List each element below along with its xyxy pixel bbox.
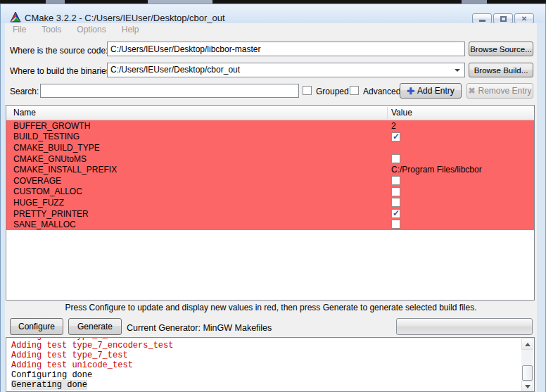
source-path-label: Where is the source code: — [10, 46, 108, 56]
log-line: Configuring done — [11, 370, 521, 380]
scrollbar-thumb[interactable] — [522, 365, 533, 381]
log-line: Adding test type_7_test — [11, 350, 521, 360]
build-path-label: Where to build the binaries: — [10, 66, 113, 76]
param-value-checkbox[interactable] — [391, 187, 400, 196]
current-generator-label: Current Generator: MinGW Makefiles — [127, 323, 272, 333]
table-row[interactable]: PRETTY_PRINTER — [6, 208, 534, 220]
table-body: BUFFER_GROWTH 2 BUILD_TESTING CMAKE_BUIL… — [6, 120, 534, 230]
log-scrollbar[interactable] — [521, 339, 533, 392]
remove-x-icon: ✖ — [468, 87, 475, 95]
maximize-button[interactable] — [493, 13, 513, 24]
menu-bar: FileToolsOptionsHelp — [5, 23, 537, 37]
param-name: PRETTY_PRINTER — [13, 209, 89, 219]
scroll-up-button[interactable] — [521, 339, 533, 350]
window-title: CMake 3.2.2 - C:/Users/IEUser/Desktop/cb… — [25, 13, 225, 23]
source-path-input[interactable] — [107, 42, 465, 56]
table-row[interactable]: CMAKE_GNUtoMS — [6, 153, 534, 165]
table-row[interactable]: CUSTOM_ALLOC — [6, 186, 534, 198]
add-entry-button[interactable]: ✚ Add Entry — [400, 83, 462, 99]
log-line: Adding test unicode_test — [11, 360, 521, 370]
output-log[interactable]: Adding test type_6_testAdding test type_… — [6, 337, 535, 392]
column-divider[interactable] — [387, 107, 388, 119]
param-name: BUILD_TESTING — [13, 132, 80, 141]
grouped-checkbox[interactable] — [303, 86, 312, 95]
param-name: CMAKE_INSTALL_PREFIX — [13, 165, 117, 175]
minimize-button[interactable] — [472, 13, 492, 24]
close-icon: ✕ — [521, 15, 527, 23]
grouped-label: Grouped — [316, 87, 349, 96]
search-input[interactable] — [40, 84, 299, 98]
arrow-up-icon — [525, 343, 531, 346]
table-row[interactable]: BUILD_TESTING — [6, 132, 534, 143]
log-lines: Adding test type_6_testAdding test type_… — [11, 338, 521, 390]
scroll-down-button[interactable] — [521, 381, 533, 392]
maximize-icon — [500, 16, 507, 22]
param-value[interactable]: C:/Program Files/libcbor — [391, 165, 482, 175]
table-row[interactable]: HUGE_FUZZ — [6, 197, 534, 208]
param-name: CMAKE_GNUtoMS — [13, 154, 87, 164]
add-plus-icon: ✚ — [407, 87, 414, 96]
cmake-logo-icon — [10, 11, 21, 23]
cache-variables-table: Name Value BUFFER_GROWTH 2 BUILD_TESTING… — [6, 105, 535, 301]
build-path-value: C:/Users/IEUser/Desktop/cbor_out — [110, 65, 240, 75]
table-row[interactable]: BUFFER_GROWTH 2 — [6, 120, 534, 132]
table-row[interactable]: CMAKE_BUILD_TYPE — [6, 142, 534, 153]
param-value[interactable]: 2 — [391, 121, 396, 131]
param-name: COVERAGE — [13, 176, 61, 186]
advanced-checkbox[interactable] — [350, 86, 359, 95]
menu-item[interactable]: Options — [69, 23, 113, 36]
title-bar[interactable]: CMake 3.2.2 - C:/Users/IEUser/Desktop/cb… — [1, 4, 545, 23]
param-name: SANE_MALLOC — [13, 220, 76, 229]
param-value-checkbox[interactable] — [391, 176, 400, 185]
param-name: HUGE_FUZZ — [13, 198, 64, 208]
browse-source-button[interactable]: Browse Source... — [469, 42, 533, 56]
param-value-checkbox[interactable] — [391, 154, 400, 163]
remove-entry-button[interactable]: ✖ Remove Entry — [466, 83, 533, 99]
close-button[interactable]: ✕ — [514, 13, 534, 24]
param-name: CMAKE_BUILD_TYPE — [13, 143, 100, 153]
column-header-value[interactable]: Value — [391, 108, 412, 118]
param-name: CUSTOM_ALLOC — [13, 186, 82, 196]
menu-item[interactable]: Tools — [34, 23, 69, 36]
chevron-down-icon — [455, 69, 460, 72]
param-value-checkbox[interactable] — [391, 220, 400, 229]
param-name: BUFFER_GROWTH — [13, 121, 90, 131]
browse-build-button[interactable]: Browse Build... — [469, 63, 533, 77]
table-row[interactable]: COVERAGE — [6, 175, 534, 186]
table-row[interactable]: CMAKE_INSTALL_PREFIX C:/Program Files/li… — [6, 164, 534, 175]
log-line: Generating done — [11, 380, 521, 390]
cmake-window: CMake 3.2.2 - C:/Users/IEUser/Desktop/cb… — [0, 0, 546, 392]
configure-button[interactable]: Configure — [10, 318, 63, 335]
param-value-checkbox[interactable] — [391, 198, 400, 207]
menu-item[interactable]: File — [5, 23, 34, 36]
remove-entry-label: Remove Entry — [478, 86, 532, 96]
table-header[interactable]: Name Value — [6, 106, 534, 120]
search-label: Search: — [10, 87, 39, 96]
advanced-label: Advanced — [363, 87, 400, 96]
menu-item[interactable]: Help — [114, 23, 147, 36]
log-line: Adding test type_7_encoders_test — [11, 341, 521, 350]
minimize-icon — [479, 20, 485, 22]
column-header-name[interactable]: Name — [13, 108, 36, 118]
add-entry-label: Add Entry — [417, 86, 455, 96]
param-value-checkbox[interactable] — [391, 132, 400, 141]
progress-bar — [396, 318, 533, 335]
table-row[interactable]: SANE_MALLOC — [6, 219, 534, 230]
generate-button[interactable]: Generate — [68, 318, 122, 335]
build-path-combobox[interactable]: C:/Users/IEUser/Desktop/cbor_out — [107, 63, 465, 77]
arrow-down-icon — [525, 385, 531, 388]
configure-hint-text: Press Configure to update and display ne… — [5, 303, 537, 312]
param-value-checkbox[interactable] — [391, 209, 400, 218]
